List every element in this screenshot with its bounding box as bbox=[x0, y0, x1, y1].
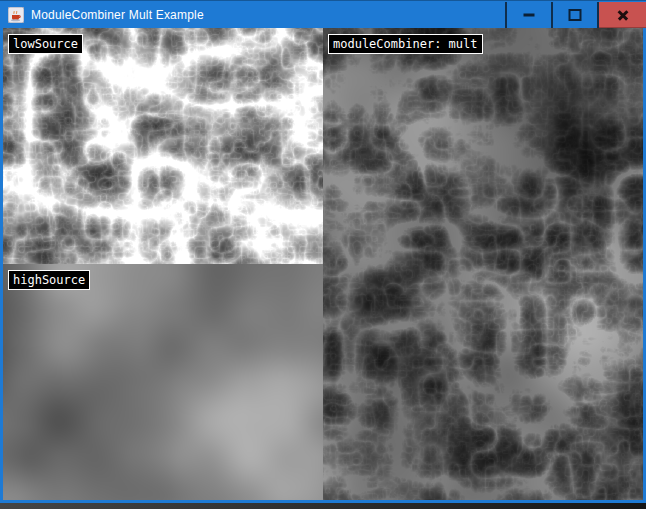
low-source-texture bbox=[3, 28, 323, 264]
high-source-panel: highSource bbox=[3, 264, 323, 500]
minimize-icon bbox=[524, 14, 535, 17]
window-controls bbox=[505, 2, 646, 28]
close-button[interactable] bbox=[599, 2, 646, 28]
desktop-background-strip bbox=[0, 503, 646, 509]
app-window: ModuleCombiner Mult Example lowSource bbox=[0, 0, 646, 503]
java-coffee-cup-icon bbox=[8, 7, 24, 23]
high-source-texture bbox=[3, 264, 323, 500]
module-combiner-panel: moduleCombiner: mult bbox=[323, 28, 643, 500]
low-source-label: lowSource bbox=[8, 34, 83, 54]
high-source-label: highSource bbox=[8, 270, 90, 290]
titlebar[interactable]: ModuleCombiner Mult Example bbox=[0, 0, 646, 28]
window-title: ModuleCombiner Mult Example bbox=[31, 8, 204, 22]
maximize-button[interactable] bbox=[553, 2, 597, 28]
module-combiner-label: moduleCombiner: mult bbox=[328, 34, 483, 54]
close-icon bbox=[616, 8, 630, 22]
minimize-button[interactable] bbox=[507, 2, 551, 28]
maximize-icon bbox=[569, 9, 582, 21]
module-combiner-texture bbox=[323, 28, 643, 500]
content-area: lowSource highSource moduleCombiner: mul… bbox=[3, 28, 643, 500]
low-source-panel: lowSource bbox=[3, 28, 323, 264]
